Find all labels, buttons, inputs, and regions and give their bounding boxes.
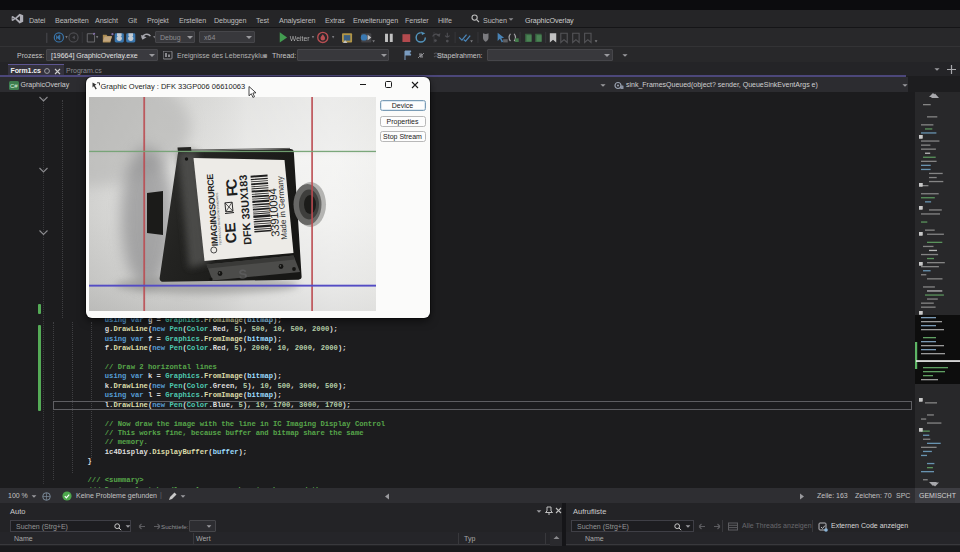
svg-text:S: S: [237, 266, 247, 282]
svg-text:CE: CE: [221, 222, 239, 244]
svg-text:Weiter: Weiter: [290, 35, 310, 42]
svg-text:C#: C#: [10, 83, 18, 89]
